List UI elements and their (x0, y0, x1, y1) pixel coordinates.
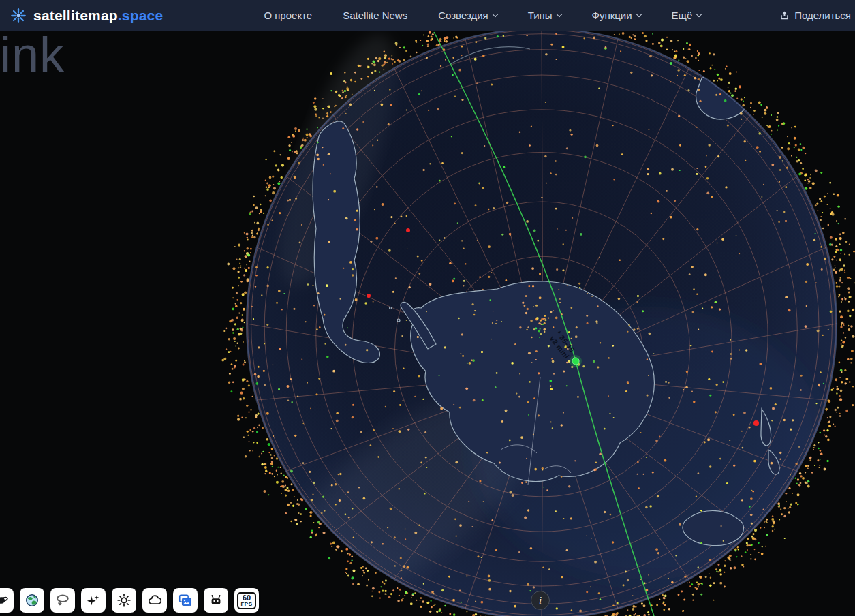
earth-texture-button[interactable] (20, 588, 44, 613)
brand-logo[interactable]: satellitemap.space (10, 7, 163, 25)
chevron-down-icon (492, 11, 497, 16)
main-nav: О проекте Satellite News Созвездия Типы … (264, 10, 701, 21)
nav-label: Ещё (672, 10, 693, 21)
nav-label: Поделиться (794, 10, 851, 21)
effects-button[interactable] (81, 588, 106, 613)
sparkles-icon (86, 593, 101, 608)
nav-item-types[interactable]: Типы (528, 10, 561, 21)
lasso-icon (55, 593, 70, 608)
nav-label: О проекте (264, 10, 312, 21)
chevron-down-icon (556, 11, 561, 16)
fps-button[interactable]: 60 FPS (234, 588, 259, 613)
view-toolbar: 60 FPS (0, 588, 259, 613)
nav-item-share[interactable]: Поделиться (779, 10, 851, 21)
sun-icon (116, 593, 131, 608)
globe-canvas[interactable]: * 35-15 v2 mini (0, 0, 855, 616)
fps-badge: 60 FPS (237, 592, 255, 609)
chevron-down-icon (696, 11, 702, 16)
share-icon (779, 10, 790, 20)
nav-label: Созвездия (438, 10, 488, 21)
images-icon (178, 593, 193, 608)
fps-unit: FPS (240, 602, 252, 607)
clouds-button[interactable] (142, 588, 167, 613)
robot-button[interactable] (204, 588, 228, 613)
fps-value: 60 (243, 594, 251, 602)
nav-item-constellations[interactable]: Созвездия (438, 10, 497, 21)
app-stage: * 35-15 v2 mini ink satellitemap.space (0, 0, 855, 616)
nav-item-more[interactable]: Ещё (672, 10, 702, 21)
starlink-watermark: ink (0, 30, 65, 79)
nav-item-news[interactable]: Satellite News (343, 10, 407, 21)
saturn-button[interactable] (0, 588, 14, 613)
nav-item-functions[interactable]: Функции (592, 10, 641, 21)
brand-tld: .space (118, 7, 164, 23)
lasso-select-button[interactable] (50, 588, 75, 613)
brand-name: satellitemap.space (33, 7, 163, 24)
daylight-button[interactable] (112, 588, 136, 613)
nav-label: Типы (528, 10, 553, 21)
screenshots-button[interactable] (173, 588, 198, 613)
top-navbar: satellitemap.space О проекте Satellite N… (0, 0, 855, 31)
robot-icon (208, 593, 223, 608)
info-button[interactable]: i (531, 591, 550, 610)
selected-satellite[interactable] (572, 358, 579, 365)
nav-item-about[interactable]: О проекте (264, 10, 312, 21)
saturn-icon (0, 593, 9, 608)
nav-label: Функции (592, 10, 632, 21)
nav-label: Satellite News (343, 10, 407, 21)
chevron-down-icon (636, 11, 641, 16)
earth-icon (25, 593, 40, 608)
logo-icon (10, 7, 27, 25)
cloud-icon (147, 593, 162, 608)
